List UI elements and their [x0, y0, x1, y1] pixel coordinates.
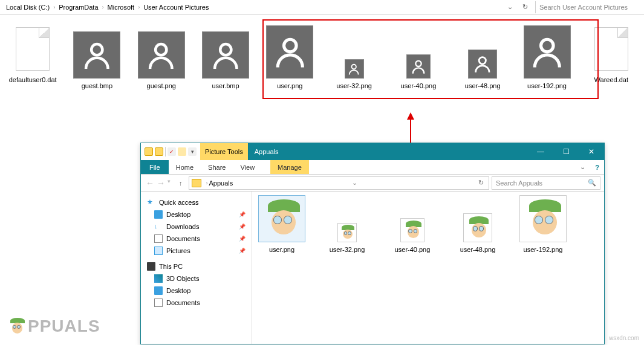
- file-label: user.png: [269, 246, 294, 253]
- tab-share[interactable]: Share: [201, 160, 233, 174]
- refresh-icon[interactable]: ↻: [476, 179, 486, 187]
- breadcrumb-seg[interactable]: Microsoft: [105, 2, 137, 12]
- search-icon: 🔍: [588, 179, 596, 187]
- svg-point-4: [352, 65, 356, 69]
- sidebar: ★ Quick access Desktop📌 ↓Downloads📌 Docu…: [141, 192, 252, 344]
- file-label: user-40.png: [401, 82, 437, 89]
- breadcrumb-path[interactable]: Local Disk (C:)› ProgramData› Microsoft›…: [0, 2, 505, 12]
- pictures-icon: [154, 247, 163, 255]
- folder-icon[interactable]: [155, 147, 163, 156]
- address-bar[interactable]: › Appuals ⌄ ↻: [189, 176, 490, 190]
- sidebar-item-documents2[interactable]: Documents: [143, 297, 249, 309]
- maximize-button[interactable]: ☐: [553, 143, 579, 160]
- minimize-button[interactable]: —: [528, 143, 553, 160]
- titlebar[interactable]: ✓ ▾ Picture Tools Appuals — ☐ ✕: [141, 143, 604, 160]
- breadcrumb-seg[interactable]: ProgramData: [56, 2, 100, 12]
- tab-home[interactable]: Home: [169, 160, 201, 174]
- chevron-right-icon: ›: [52, 4, 56, 10]
- file-item[interactable]: user.png: [264, 25, 315, 89]
- help-icon[interactable]: ?: [590, 160, 604, 174]
- svg-point-0: [91, 44, 102, 55]
- chevron-right-icon: ›: [101, 4, 105, 10]
- search-input[interactable]: Search Appuals 🔍: [492, 176, 600, 190]
- forward-button[interactable]: →: [157, 178, 165, 188]
- recent-dropdown-icon[interactable]: ▾: [168, 178, 171, 188]
- svg-point-3: [284, 39, 296, 52]
- context-tab-label: Picture Tools: [200, 143, 249, 160]
- svg-point-7: [541, 39, 553, 52]
- file-label: user-192.png: [524, 246, 563, 253]
- refresh-icon[interactable]: ↻: [519, 3, 532, 11]
- separator: [165, 147, 166, 156]
- chevron-right-icon: ›: [137, 4, 141, 10]
- close-button[interactable]: ✕: [579, 143, 604, 160]
- file-label: user-48.png: [465, 82, 501, 89]
- dropdown-icon[interactable]: ▾: [188, 147, 197, 156]
- svg-point-2: [220, 44, 231, 55]
- file-item[interactable]: Wareed.dat: [586, 25, 637, 83]
- breadcrumb-seg[interactable]: Local Disk (C:): [4, 2, 52, 12]
- breadcrumb-seg[interactable]: Appuals: [209, 179, 233, 187]
- folder-icon[interactable]: [145, 147, 153, 156]
- sidebar-item-3d[interactable]: 3D Objects: [143, 272, 249, 285]
- file-item[interactable]: user-32.png: [321, 198, 373, 253]
- chevron-right-icon: ›: [205, 180, 209, 186]
- file-label: user-192.png: [527, 82, 567, 89]
- file-item[interactable]: user-40.png: [386, 198, 438, 253]
- pin-icon: 📌: [239, 248, 246, 254]
- window-title: Appuals: [249, 148, 528, 155]
- up-button[interactable]: ↑: [175, 179, 186, 187]
- file-label: user-40.png: [395, 246, 431, 253]
- star-icon: ★: [147, 198, 155, 207]
- file-label: user-32.png: [330, 246, 365, 253]
- desktop-icon: [154, 210, 163, 219]
- ribbon-collapse-icon[interactable]: ⌄: [575, 160, 590, 174]
- file-label: user-32.png: [336, 82, 372, 89]
- sidebar-item-desktop[interactable]: Desktop📌: [143, 208, 249, 221]
- dropdown-icon[interactable]: ⌄: [352, 179, 357, 187]
- cube-icon: [154, 274, 163, 283]
- file-item[interactable]: user.bmp: [200, 25, 251, 89]
- pin-icon: 📌: [239, 211, 246, 218]
- sidebar-item-documents[interactable]: Documents📌: [143, 233, 249, 245]
- file-grid: user.pnguser-32.pnguser-40.pnguser-48.pn…: [252, 192, 604, 344]
- back-button[interactable]: ←: [146, 178, 154, 188]
- sidebar-this-pc[interactable]: This PC: [143, 260, 249, 272]
- pin-icon: 📌: [239, 236, 246, 242]
- tab-manage[interactable]: Manage: [270, 160, 309, 174]
- tab-view[interactable]: View: [233, 160, 262, 174]
- svg-point-1: [156, 44, 167, 55]
- svg-point-6: [480, 57, 486, 64]
- file-item[interactable]: user.png: [256, 198, 308, 253]
- file-grid-top: defaultuser0.datguest.bmpguest.pnguser.b…: [0, 15, 644, 89]
- ribbon-tabs: File Home Share View Manage ⌄ ?: [141, 160, 604, 175]
- file-item[interactable]: user-40.png: [393, 25, 444, 89]
- file-item[interactable]: user-192.png: [521, 25, 572, 89]
- file-label: user-48.png: [460, 246, 496, 253]
- sidebar-item-downloads[interactable]: ↓Downloads📌: [143, 221, 249, 233]
- file-label: defaultuser0.dat: [9, 76, 57, 83]
- file-item[interactable]: guest.bmp: [71, 25, 122, 89]
- file-item[interactable]: user-192.png: [517, 198, 569, 253]
- file-item[interactable]: user-48.png: [457, 25, 508, 89]
- address-bar-top: Local Disk (C:)› ProgramData› Microsoft›…: [0, 0, 644, 15]
- file-item[interactable]: guest.png: [136, 25, 187, 89]
- properties-icon[interactable]: [178, 147, 186, 156]
- dropdown-icon[interactable]: ⌄: [505, 3, 515, 11]
- quick-access-toolbar: ✓ ▾: [141, 143, 200, 160]
- breadcrumb-seg[interactable]: User Account Pictures: [141, 2, 211, 12]
- tab-file[interactable]: File: [141, 160, 169, 174]
- file-item[interactable]: user-32.png: [328, 25, 379, 89]
- nav-bar: ← → ▾ ↑ › Appuals ⌄ ↻ Search Appuals 🔍: [141, 175, 604, 192]
- sidebar-item-pictures[interactable]: Pictures📌: [143, 245, 249, 257]
- search-input-top[interactable]: Search User Account Pictures: [535, 1, 644, 13]
- file-label: guest.bmp: [82, 82, 112, 89]
- file-item[interactable]: defaultuser0.dat: [7, 25, 58, 83]
- sidebar-item-desktop2[interactable]: Desktop: [143, 285, 249, 297]
- file-item[interactable]: user-48.png: [452, 198, 504, 253]
- file-label: user.bmp: [212, 82, 239, 89]
- check-icon[interactable]: ✓: [168, 147, 176, 156]
- sidebar-quick-access[interactable]: ★ Quick access: [143, 196, 249, 208]
- file-label: guest.png: [147, 82, 176, 89]
- folder-icon: [192, 179, 201, 187]
